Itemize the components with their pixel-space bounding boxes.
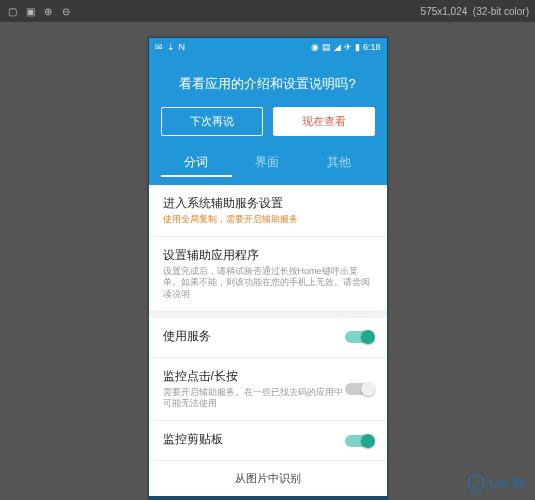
tab-other[interactable]: 其他 bbox=[303, 150, 374, 177]
item-title: 设置辅助应用程序 bbox=[163, 247, 373, 264]
canvas-area: ✉ ⇣ N ◉ ▤ ◢ ✈ ▮ 6:18 看看应用的介绍和设置说明吗? 下次再说… bbox=[0, 22, 535, 500]
monitor-click-toggle[interactable] bbox=[345, 383, 373, 395]
header-title: 看看应用的介绍和设置说明吗? bbox=[161, 67, 375, 107]
wifi-icon: ◢ bbox=[334, 42, 341, 52]
monitor-clipboard-setting[interactable]: 监控剪贴板 bbox=[149, 421, 387, 461]
android-navbar bbox=[149, 496, 387, 500]
msg-icon: ✉ bbox=[155, 42, 163, 52]
window-icon[interactable]: ▢ bbox=[6, 5, 18, 17]
item-desc: 需要开启辅助服务。在一些已找去码的应用中可能无法使用 bbox=[163, 387, 345, 410]
watermark: Gxl 网 bbox=[467, 474, 525, 494]
tab-bar: 分词 界面 其他 bbox=[161, 150, 375, 185]
accessibility-setting[interactable]: 进入系统辅助服务设置 使用全局复制，需要开启辅助服务 bbox=[149, 185, 387, 237]
monitor-click-setting[interactable]: 监控点击/长按 需要开启辅助服务。在一些已找去码的应用中可能无法使用 bbox=[149, 358, 387, 421]
assist-app-setting[interactable]: 设置辅助应用程序 设置完成后，请稍试验否通过长按Home键呼出菜单。如果不能，则… bbox=[149, 237, 387, 312]
record-icon: ◉ bbox=[311, 42, 319, 52]
window-info: 575x1,024 (32-bit color) bbox=[421, 6, 529, 17]
zoom-in-icon[interactable]: ⊕ bbox=[42, 5, 54, 17]
zoom-out-icon[interactable]: ⊖ bbox=[60, 5, 72, 17]
cast-icon: ▤ bbox=[322, 42, 331, 52]
tab-interface[interactable]: 界面 bbox=[232, 150, 303, 177]
from-image-setting[interactable]: 从图片中识别 bbox=[149, 461, 387, 496]
item-title: 使用服务 bbox=[163, 328, 345, 345]
settings-content: 进入系统辅助服务设置 使用全局复制，需要开启辅助服务 设置辅助应用程序 设置完成… bbox=[149, 185, 387, 496]
view-now-button[interactable]: 现在查看 bbox=[273, 107, 375, 136]
item-desc: 设置完成后，请稍试验否通过长按Home键呼出菜单。如果不能，则该功能在您的手机上… bbox=[163, 266, 373, 301]
item-title: 进入系统辅助服务设置 bbox=[163, 195, 373, 212]
item-title: 监控剪贴板 bbox=[163, 431, 345, 448]
window-titlebar: ▢ ▣ ⊕ ⊖ 575x1,024 (32-bit color) bbox=[0, 0, 535, 22]
window-icon[interactable]: ▣ bbox=[24, 5, 36, 17]
titlebar-controls: ▢ ▣ ⊕ ⊖ bbox=[6, 5, 72, 17]
later-button[interactable]: 下次再说 bbox=[161, 107, 263, 136]
phone-frame: ✉ ⇣ N ◉ ▤ ◢ ✈ ▮ 6:18 看看应用的介绍和设置说明吗? 下次再说… bbox=[148, 37, 388, 500]
use-service-setting[interactable]: 使用服务 bbox=[149, 318, 387, 358]
battery-icon: ▮ bbox=[355, 42, 360, 52]
n-icon: N bbox=[179, 42, 186, 52]
app-header: 看看应用的介绍和设置说明吗? 下次再说 现在查看 分词 界面 其他 bbox=[149, 55, 387, 185]
item-title: 监控点击/长按 bbox=[163, 368, 345, 385]
monitor-clipboard-toggle[interactable] bbox=[345, 435, 373, 447]
clock: 6:18 bbox=[363, 42, 381, 52]
airplane-icon: ✈ bbox=[344, 42, 352, 52]
download-icon: ⇣ bbox=[167, 42, 175, 52]
use-service-toggle[interactable] bbox=[345, 331, 373, 343]
android-statusbar: ✉ ⇣ N ◉ ▤ ◢ ✈ ▮ 6:18 bbox=[149, 38, 387, 55]
tab-segmentation[interactable]: 分词 bbox=[161, 150, 232, 177]
shield-icon bbox=[467, 474, 485, 494]
item-desc: 使用全局复制，需要开启辅助服务 bbox=[163, 214, 373, 226]
